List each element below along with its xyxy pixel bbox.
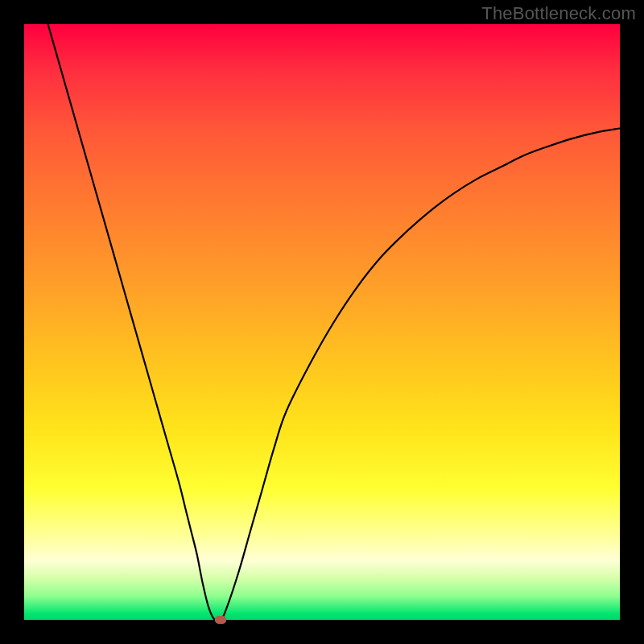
optimum-marker: [215, 616, 226, 624]
watermark-text: TheBottleneck.com: [481, 3, 636, 24]
chart-frame: TheBottleneck.com: [0, 0, 644, 644]
plot-area: [24, 24, 620, 620]
bottleneck-curve: [24, 24, 620, 620]
curve-path: [48, 24, 620, 620]
